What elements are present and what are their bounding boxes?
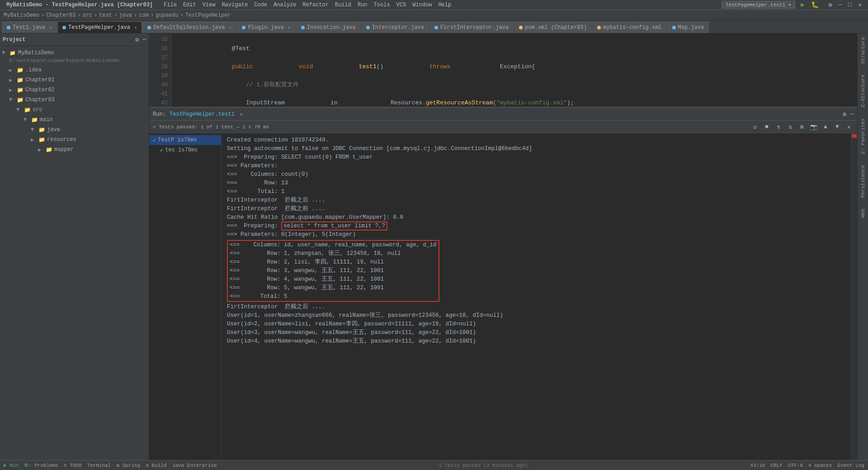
status-java-enterprise[interactable]: Java Enterprise — [172, 463, 217, 468]
tab-interceptor[interactable]: Interceptor.java — [361, 21, 429, 33]
tab-close[interactable]: ✕ — [49, 25, 52, 30]
run-tree-item-tes[interactable]: ✔ tes 1s78ms — [149, 145, 221, 155]
status-line-ending[interactable]: CRLF — [770, 463, 782, 468]
tree-item-chapter03[interactable]: ▼ 📁 Chapter03 — [0, 95, 149, 105]
output-line-22: User(id=2, userName=lisi, realName=李四, p… — [227, 320, 845, 329]
run-button[interactable]: ▶ — [798, 1, 807, 9]
close-run-button[interactable]: ✕ — [844, 122, 854, 132]
maximize-icon[interactable]: □ — [845, 1, 854, 8]
menu-build[interactable]: Build — [332, 2, 354, 8]
tab-pomxml[interactable]: pom.xml (Chapter03) — [514, 21, 592, 33]
run-settings-icon[interactable]: ⚙ — [843, 111, 846, 118]
tab-defaultsqlsession[interactable]: DefaultSqlSession.java ✕ — [142, 21, 236, 33]
tree-item-mybatisdemo[interactable]: ▼ 📁 MyBatisDemo — [0, 48, 149, 58]
tree-item-resources[interactable]: ▶ 📁 resources — [0, 135, 149, 145]
tree-item-src[interactable]: ▼ 📁 src — [0, 105, 149, 115]
run-output[interactable]: Created connection 1810742349. Setting a… — [222, 133, 851, 460]
tree-item-chapter02[interactable]: ▶ 📁 Chapter02 — [0, 85, 149, 95]
run-collapse-icon[interactable]: ─ — [850, 111, 854, 118]
output-line-17: <== Row: 4, wangwu, 王五, 111, 22, 1001 — [230, 275, 437, 284]
code-lines[interactable]: @Test public void test1 () throws Except… — [172, 33, 857, 107]
screenshot-button[interactable]: 📷 — [809, 122, 818, 132]
output-line-6: <== Row: 13 — [227, 179, 845, 188]
run-config-selector[interactable]: TestPageHelper.test1 ▾ — [722, 1, 795, 9]
breadcrumb-java[interactable]: java — [119, 12, 132, 19]
tab-close[interactable]: ✕ — [288, 25, 291, 30]
rerun-button[interactable]: ↺ — [750, 122, 760, 132]
menu-navigate[interactable]: Navigate — [219, 2, 251, 8]
side-tab-structure[interactable]: Structure — [860, 37, 866, 64]
tab-invocation[interactable]: Invocation.java — [296, 21, 361, 33]
tree-item-chapter01[interactable]: ▶ 📁 Chapter01 — [0, 75, 149, 85]
status-build[interactable]: ⚒ Build — [146, 462, 166, 468]
menu-tools[interactable]: Tools — [371, 2, 393, 8]
tree-item-main[interactable]: ▼ 📁 main — [0, 115, 149, 125]
status-event-log[interactable]: Event Log — [838, 463, 864, 468]
tree-item-label: resources — [47, 136, 76, 143]
sidebar-settings-icon[interactable]: ⚙ — [135, 36, 139, 43]
tab-mapjava[interactable]: Map.java — [667, 21, 709, 33]
side-tab-persistence[interactable]: Persistence — [860, 165, 866, 198]
side-tab-web[interactable]: Web — [860, 209, 866, 218]
status-todo[interactable]: ≡ TODO — [64, 463, 82, 468]
run-tab-close[interactable]: ✕ — [240, 112, 243, 117]
tab-firstinterceptor[interactable]: FirstInterceptor.java — [429, 21, 514, 33]
tree-item-label: Chapter02 — [25, 87, 55, 93]
menu-refactor[interactable]: Refactor — [300, 2, 331, 8]
sort-button[interactable]: ⇅ — [786, 122, 795, 132]
tree-item-mapper[interactable]: ▶ 📁 mapper — [0, 145, 149, 155]
menu-run[interactable]: Run — [355, 2, 370, 8]
status-run-button[interactable]: ▶ Run — [4, 462, 19, 468]
status-spring[interactable]: ✿ Spring — [116, 462, 140, 468]
run-tree-item-label: TestP 1s78ms — [158, 137, 197, 143]
tab-close[interactable]: ✕ — [229, 25, 231, 30]
expand-button[interactable]: ⊞ — [797, 122, 807, 132]
breadcrumb-gupaedu[interactable]: gupaedu — [156, 12, 178, 19]
breadcrumb-src[interactable]: src — [82, 12, 92, 19]
status-terminal[interactable]: Terminal — [87, 463, 111, 468]
menu-view[interactable]: View — [200, 2, 218, 8]
breadcrumb-test[interactable]: test — [99, 12, 112, 19]
run-tree-item-testp[interactable]: ✔ TestP 1s78ms — [149, 135, 221, 145]
up-button[interactable]: ▲ — [821, 122, 830, 132]
debug-button[interactable]: 🐛 — [808, 1, 821, 9]
menu-code[interactable]: Code — [251, 2, 270, 8]
side-tab-favorites[interactable]: 2: Favorites — [860, 118, 866, 154]
folder-icon: 📁 — [16, 86, 24, 94]
menu-edit[interactable]: Edit — [180, 2, 199, 8]
folder-icon: 📁 — [16, 96, 24, 103]
settings-icon[interactable]: ⚙ — [826, 1, 835, 9]
tab-test1[interactable]: Test1.java ✕ — [2, 21, 57, 33]
tab-plugin[interactable]: Plugin.java ✕ — [237, 21, 295, 33]
status-encoding[interactable]: UTF-8 — [788, 463, 803, 468]
breadcrumb-testpagehelper[interactable]: TestPageHelper — [185, 12, 231, 19]
side-tab-zstructure[interactable]: Z-Structure — [860, 75, 866, 108]
menu-window[interactable]: Window — [410, 2, 434, 8]
filter-button[interactable]: ⚗ — [774, 122, 783, 132]
code-line-37: public void test1 () throws Exception{ — [175, 62, 854, 80]
keyword-public: public — [232, 62, 253, 71]
stop-button[interactable]: ■ — [762, 122, 771, 132]
breadcrumb-chapter03[interactable]: Chapter03 — [46, 12, 75, 19]
tab-testpagehelper[interactable]: TestPageHelper.java ✕ — [57, 21, 142, 33]
tab-mybatisconfig[interactable]: mybatis-config.xml — [592, 21, 667, 33]
breadcrumb-com[interactable]: com — [139, 12, 149, 19]
menu-file[interactable]: File — [161, 2, 179, 8]
sidebar-collapse-icon[interactable]: ─ — [142, 36, 146, 43]
tab-label: Plugin.java — [248, 24, 283, 31]
status-problems[interactable]: ⑥: Problems — [24, 462, 58, 468]
run-test-tab[interactable]: TestPageHelper.test1 — [170, 111, 235, 118]
tree-item-idea[interactable]: ▶ 📁 .idea — [0, 65, 149, 75]
tree-item-java[interactable]: ▼ 📁 java — [0, 125, 149, 135]
tab-icon — [242, 26, 245, 29]
minimize-icon[interactable]: ─ — [836, 1, 845, 8]
menu-help[interactable]: Help — [435, 2, 454, 8]
breadcrumb-mybatisdemo[interactable]: MyBatisDemo — [4, 12, 39, 19]
tab-close[interactable]: ✕ — [134, 25, 137, 30]
status-indent[interactable]: 4 spaces — [808, 463, 832, 468]
menu-analyze[interactable]: Analyze — [271, 2, 299, 8]
close-icon[interactable]: ✕ — [855, 1, 864, 9]
down-button[interactable]: ▼ — [833, 122, 842, 132]
tree-item-label: Chapter01 — [25, 77, 55, 83]
menu-vcs[interactable]: VCS — [394, 2, 409, 8]
